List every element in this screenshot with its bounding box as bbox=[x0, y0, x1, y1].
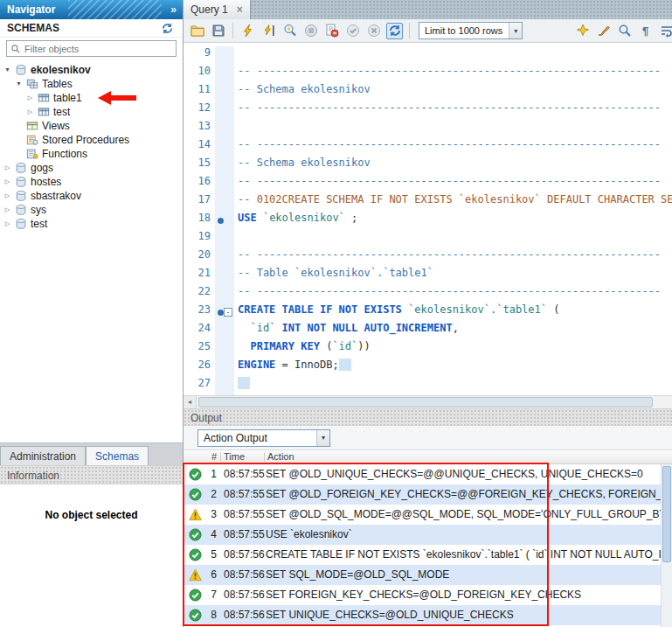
vertical-scroll-thumb[interactable] bbox=[662, 466, 671, 562]
editor-line-15[interactable]: 15-- Schema ekolesnikov bbox=[184, 157, 672, 175]
expand-arrow-icon[interactable]: ▷ bbox=[2, 161, 13, 175]
tab-schemas[interactable]: Schemas bbox=[86, 446, 149, 465]
row-action: SET FOREIGN_KEY_CHECKS=@OLD_FOREIGN_KEY_… bbox=[266, 585, 672, 605]
tree-item-test[interactable]: ▷test bbox=[0, 217, 183, 231]
editor-line-23[interactable]: 23-CREATE TABLE IF NOT EXISTS `ekolesnik… bbox=[184, 303, 672, 322]
tree-item-ekolesnikov[interactable]: ▼ekolesnikov bbox=[0, 63, 183, 77]
editor-line-16[interactable]: 16-- -----------------------------------… bbox=[184, 175, 672, 193]
line-number: 20 bbox=[184, 248, 215, 267]
clean-up-sql-icon[interactable] bbox=[595, 23, 612, 39]
tree-item-tables[interactable]: ▼Tables bbox=[0, 77, 183, 91]
editor-line-12[interactable]: 12-- -----------------------------------… bbox=[184, 101, 672, 120]
editor-line-10[interactable]: 10-- -----------------------------------… bbox=[184, 65, 672, 83]
tab-administration[interactable]: Administration bbox=[0, 446, 86, 465]
output-row-1[interactable]: 108:57:55SET @OLD_UNIQUE_CHECKS=@@UNIQUE… bbox=[184, 464, 672, 484]
column-header-index[interactable]: # bbox=[211, 450, 217, 463]
output-row-5[interactable]: 508:57:56CREATE TABLE IF NOT EXISTS `eko… bbox=[184, 545, 672, 565]
column-header-action[interactable]: Action bbox=[267, 450, 294, 463]
scroll-left-icon[interactable]: ◂ bbox=[184, 396, 197, 408]
output-section-header: Output bbox=[184, 408, 672, 426]
row-time: 08:57:55 bbox=[224, 525, 265, 545]
refresh-schemas-icon[interactable] bbox=[161, 22, 174, 35]
editor-line-14[interactable]: 14-- -----------------------------------… bbox=[184, 138, 672, 157]
editor-line-25[interactable]: 25 PRIMARY KEY (`id`)) bbox=[184, 340, 672, 359]
open-script-icon[interactable] bbox=[189, 23, 205, 39]
tree-item-sbastrakov[interactable]: ▷sbastrakov bbox=[0, 189, 183, 203]
sidebar-tab-strip: Administration Schemas bbox=[0, 442, 183, 465]
editor-line-27[interactable]: 27 bbox=[184, 377, 672, 395]
tree-item-stored-procedures[interactable]: Stored Procedures bbox=[0, 133, 183, 147]
editor-line-17[interactable]: 17-- 0102CREATE SCHEMA IF NOT EXISTS `ek… bbox=[184, 193, 672, 212]
commit-icon[interactable] bbox=[344, 23, 361, 39]
row-limit-dropdown[interactable]: Limit to 1000 rows ▾ bbox=[419, 22, 523, 39]
expand-arrow-icon[interactable]: ▷ bbox=[2, 203, 13, 217]
tree-item-functions[interactable]: Functions bbox=[0, 147, 183, 161]
expand-arrow-icon[interactable]: ▷ bbox=[24, 91, 36, 105]
tree-item-gogs[interactable]: ▷gogs bbox=[0, 161, 183, 175]
tree-item-sys[interactable]: ▷sys bbox=[0, 203, 183, 217]
save-script-icon[interactable] bbox=[210, 23, 226, 39]
close-tab-icon[interactable]: × bbox=[237, 3, 243, 16]
toolbar-separator bbox=[232, 23, 233, 38]
expand-arrow-icon[interactable]: ▷ bbox=[24, 105, 36, 119]
stop-on-error-toggle-icon[interactable] bbox=[323, 23, 340, 39]
execute-current-statement-icon[interactable] bbox=[260, 23, 277, 39]
editor-line-18[interactable]: 18USE `ekolesnikov` ; bbox=[184, 212, 672, 230]
show-invisible-characters-icon[interactable]: ¶ bbox=[637, 23, 654, 39]
editor-line-9[interactable]: 9 bbox=[184, 46, 672, 65]
editor-line-21[interactable]: 21-- Table `ekolesnikov`.`table1` bbox=[184, 267, 672, 285]
editor-line-13[interactable]: 13 bbox=[184, 120, 672, 138]
rollback-icon[interactable] bbox=[365, 23, 382, 39]
row-index: 2 bbox=[203, 484, 217, 505]
editor-line-20[interactable]: 20-- -----------------------------------… bbox=[184, 248, 672, 267]
stop-execution-icon[interactable] bbox=[302, 23, 319, 39]
output-row-7[interactable]: 708:57:56SET FOREIGN_KEY_CHECKS=@OLD_FOR… bbox=[184, 585, 672, 605]
line-number: 19 bbox=[184, 230, 215, 248]
collapse-arrow-icon[interactable]: ▼ bbox=[13, 77, 24, 91]
gutter-marker-column bbox=[215, 248, 234, 267]
execute-script-icon[interactable] bbox=[239, 23, 256, 39]
tree-item-views[interactable]: Views bbox=[0, 119, 183, 133]
editor-line-22[interactable]: 22-- -----------------------------------… bbox=[184, 285, 672, 303]
fold-collapse-icon[interactable]: - bbox=[224, 308, 232, 317]
collapse-panel-icon[interactable]: » bbox=[170, 0, 177, 19]
filter-objects-input[interactable] bbox=[24, 44, 172, 54]
column-header-time[interactable]: Time bbox=[224, 450, 245, 463]
expand-arrow-icon[interactable]: ▷ bbox=[2, 189, 13, 203]
tree-item-hostes[interactable]: ▷hostes bbox=[0, 175, 183, 189]
output-row-8[interactable]: 808:57:56SET UNIQUE_CHECKS=@OLD_UNIQUE_C… bbox=[184, 605, 672, 625]
tree-item-test[interactable]: ▷test bbox=[0, 105, 183, 119]
wrap-text-icon[interactable] bbox=[658, 23, 672, 39]
beautify-script-icon[interactable] bbox=[574, 23, 591, 39]
output-row-3[interactable]: 308:57:55SET @OLD_SQL_MODE=@@SQL_MODE, S… bbox=[184, 505, 672, 525]
gutter-marker-column bbox=[215, 120, 234, 138]
find-icon[interactable] bbox=[616, 23, 633, 39]
output-row-2[interactable]: 208:57:55SET @OLD_FOREIGN_KEY_CHECKS=@@F… bbox=[184, 484, 672, 505]
expand-arrow-icon[interactable]: ▷ bbox=[2, 217, 13, 231]
expand-arrow-icon[interactable]: ▷ bbox=[2, 175, 13, 189]
gutter-marker-column bbox=[215, 101, 234, 120]
horizontal-scroll-thumb[interactable] bbox=[198, 397, 653, 408]
row-index: 3 bbox=[203, 505, 217, 525]
information-section-header: Information bbox=[0, 465, 183, 484]
editor-line-11[interactable]: 11-- Schema ekolesnikov bbox=[184, 83, 672, 101]
output-view-dropdown[interactable]: Action Output ▾ bbox=[197, 429, 330, 447]
gutter-marker-column bbox=[215, 322, 234, 340]
tree-item-label: Stored Procedures bbox=[39, 134, 129, 146]
editor-line-19[interactable]: 19 bbox=[184, 230, 672, 248]
autocommit-toggle-icon[interactable] bbox=[386, 23, 403, 39]
line-code: -- -------------------------------------… bbox=[234, 138, 661, 157]
tables-icon bbox=[24, 78, 39, 90]
sql-editor[interactable]: 910-- ----------------------------------… bbox=[184, 43, 672, 395]
action-output-rows: 108:57:55SET @OLD_UNIQUE_CHECKS=@@UNIQUE… bbox=[184, 464, 672, 627]
editor-line-26[interactable]: 26ENGINE = InnoDB; bbox=[184, 359, 672, 377]
output-row-6[interactable]: 608:57:56SET SQL_MODE=@OLD_SQL_MODE bbox=[184, 565, 672, 585]
collapse-arrow-icon[interactable]: ▼ bbox=[2, 63, 13, 77]
editor-line-24[interactable]: 24 `id` INT NOT NULL AUTO_INCREMENT, bbox=[184, 322, 672, 340]
tab-query-1[interactable]: Query 1 × bbox=[184, 0, 251, 19]
output-row-4[interactable]: 408:57:55USE `ekolesnikov` bbox=[184, 525, 672, 545]
gutter-marker-column bbox=[215, 267, 234, 285]
tree-item-table1[interactable]: ▷table1 bbox=[0, 91, 183, 105]
explain-plan-icon[interactable] bbox=[281, 23, 298, 39]
row-action: SET SQL_MODE=@OLD_SQL_MODE bbox=[266, 565, 672, 585]
